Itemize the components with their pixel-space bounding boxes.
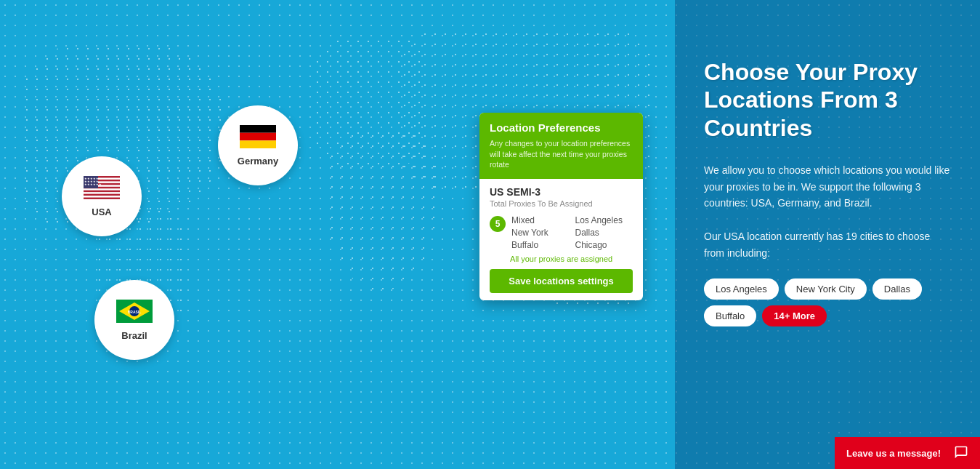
modal-header: Location Preferences Any changes to your… <box>479 113 643 179</box>
svg-text:BRASIL: BRASIL <box>128 309 142 313</box>
plan-title: US SEMI-3 <box>490 186 633 198</box>
svg-text:★★★★★★: ★★★★★★ <box>84 183 102 186</box>
plan-subtitle: Total Proxies To Be Assigned <box>490 199 633 208</box>
tag-buffalo[interactable]: Buffalo <box>704 305 756 326</box>
chat-icon <box>954 445 968 462</box>
flag-brazil: BRASIL <box>116 300 153 327</box>
country-usa[interactable]: ★★★★★★ ★★★★★ ★★★★★★ USA <box>62 156 142 236</box>
city-buffalo: Buffalo <box>511 240 570 250</box>
city-mixed: Mixed <box>511 215 570 225</box>
panel-description: We allow you to choose which locations y… <box>704 162 951 211</box>
cities-grid: Mixed Los Angeles New York Dallas Buffal… <box>511 215 633 250</box>
modal-title: Location Preferences <box>490 121 633 134</box>
modal-subtitle: Any changes to your location preferences… <box>490 138 633 170</box>
city-dallas: Dallas <box>575 228 633 238</box>
city-tags-container: Los Angeles New York City Dallas Buffalo… <box>704 278 951 326</box>
city-los-angeles: Los Angeles <box>575 215 633 225</box>
svg-rect-6 <box>84 196 120 197</box>
svg-rect-11 <box>240 125 276 133</box>
tag-los-angeles[interactable]: Los Angeles <box>704 278 779 300</box>
location-row: 5 Mixed Los Angeles New York Dallas Buff… <box>490 215 633 250</box>
panel-usa-note: Our USA location currently has 19 cities… <box>704 228 951 261</box>
city-new-york: New York <box>511 228 570 238</box>
location-modal: Location Preferences Any changes to your… <box>479 113 643 300</box>
svg-rect-12 <box>240 132 276 140</box>
country-brazil-label: Brazil <box>121 330 147 341</box>
panel-heading: Choose Your Proxy Locations From 3 Count… <box>704 58 951 142</box>
tag-dallas[interactable]: Dallas <box>872 278 922 300</box>
country-brazil[interactable]: BRASIL Brazil <box>94 280 174 360</box>
count-badge: 5 <box>490 216 506 232</box>
flag-usa: ★★★★★★ ★★★★★ ★★★★★★ <box>84 176 120 204</box>
chat-label: Leave us a message! <box>846 448 941 459</box>
city-chicago: Chicago <box>575 240 633 250</box>
tag-more[interactable]: 14+ More <box>762 305 827 326</box>
save-button[interactable]: Save locations settings <box>490 269 633 293</box>
flag-germany <box>240 125 276 153</box>
assigned-text: All your proxies are assigned <box>490 254 633 263</box>
right-panel: Choose Your Proxy Locations From 3 Count… <box>675 0 980 469</box>
country-germany[interactable]: Germany <box>218 105 298 185</box>
chat-button[interactable]: Leave us a message! <box>835 437 980 469</box>
country-usa-label: USA <box>92 207 111 217</box>
svg-rect-13 <box>240 140 276 148</box>
country-germany-label: Germany <box>238 156 278 167</box>
modal-body: US SEMI-3 Total Proxies To Be Assigned 5… <box>479 179 643 300</box>
svg-rect-4 <box>84 188 120 190</box>
svg-rect-5 <box>84 192 120 193</box>
tag-new-york-city[interactable]: New York City <box>785 278 867 300</box>
